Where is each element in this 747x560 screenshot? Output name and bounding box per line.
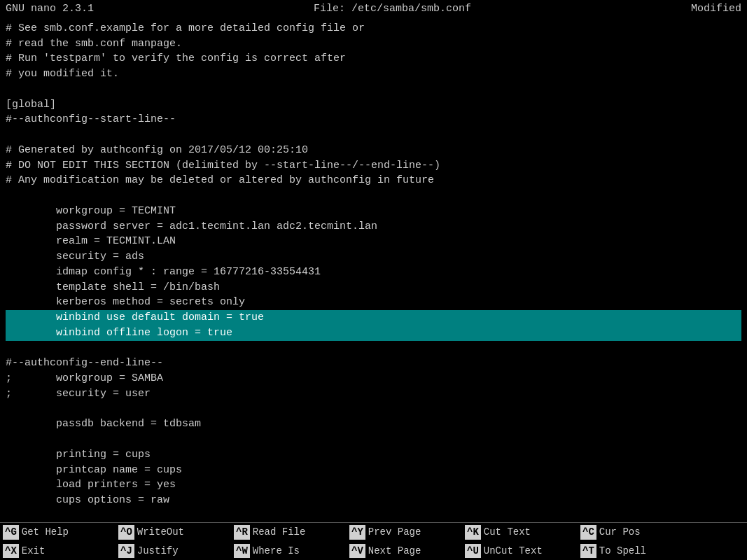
shortcut-item[interactable]: ^VNext Page — [347, 543, 462, 559]
shortcut-key: ^J — [118, 544, 134, 558]
editor-line: kerberos method = secrets only — [6, 295, 741, 310]
editor-line: passdb backend = tdbsam — [6, 416, 741, 432]
shortcut-key: ^U — [465, 544, 481, 558]
shortcut-key: ^W — [234, 544, 250, 558]
shortcut-key: ^K — [465, 525, 481, 539]
shortcut-item[interactable]: ^TTo Spell — [578, 543, 693, 559]
shortcut-item[interactable]: ^KCut Text — [462, 524, 578, 540]
shortcut-key: ^C — [580, 525, 596, 539]
file-label: File: /etc/samba/smb.conf — [314, 1, 471, 17]
shortcut-item[interactable]: ^JJustify — [116, 543, 231, 559]
editor-line — [6, 402, 741, 417]
editor-line — [6, 82, 741, 97]
editor-line: #--authconfig--start-line-- — [6, 112, 741, 127]
shortcut-label: WriteOut — [137, 525, 184, 539]
editor-line: # you modified it. — [6, 66, 741, 82]
shortcut-label: Prev Page — [368, 525, 421, 539]
editor-line — [6, 188, 741, 204]
title-bar: GNU nano 2.3.1 File: /etc/samba/smb.conf… — [0, 0, 747, 18]
editor-line: # See smb.conf.example for a more detail… — [6, 21, 741, 36]
shortcut-label: To Spell — [599, 544, 646, 558]
shortcut-item[interactable]: ^RRead File — [231, 524, 347, 540]
editor-line: printcap name = cups — [6, 463, 741, 478]
shortcut-label: Get Help — [22, 525, 69, 539]
editor-line — [6, 127, 741, 143]
editor-area[interactable]: # See smb.conf.example for a more detail… — [0, 18, 747, 517]
editor-line: load printers = yes — [6, 477, 741, 493]
shortcut-item[interactable]: ^GGet Help — [0, 524, 116, 540]
editor-line: realm = TECMINT.LAN — [6, 234, 741, 249]
editor-line: security = ads — [6, 249, 741, 265]
shortcut-key: ^G — [3, 525, 19, 539]
shortcut-key: ^Y — [349, 525, 365, 539]
app-name: GNU nano 2.3.1 — [6, 1, 94, 17]
editor-line: # Generated by authconfig on 2017/05/12 … — [6, 143, 741, 158]
editor-line: [global] — [6, 97, 741, 113]
editor-line — [6, 341, 741, 356]
editor-line: winbind use default domain = true — [6, 310, 741, 326]
editor-line: idmap config * : range = 16777216-335544… — [6, 265, 741, 280]
editor-line: ; workgroup = SAMBA — [6, 371, 741, 386]
editor-line: printing = cups — [6, 447, 741, 463]
shortcut-label: Cur Pos — [599, 525, 641, 539]
shortcut-bar-row2: ^XExit^JJustify^WWhere Is^VNext Page^UUn… — [0, 542, 747, 560]
editor-line: # DO NOT EDIT THIS SECTION (delimited by… — [6, 158, 741, 174]
shortcut-label: Read File — [253, 525, 306, 539]
editor-line — [6, 432, 741, 447]
shortcut-item[interactable]: ^WWhere Is — [231, 543, 347, 559]
shortcut-key: ^X — [3, 544, 19, 558]
editor-line: # read the smb.conf manpage. — [6, 36, 741, 52]
editor-line: cups options = raw — [6, 493, 741, 508]
editor-line: template shell = /bin/bash — [6, 280, 741, 295]
editor-line: password server = adc1.tecmint.lan adc2.… — [6, 219, 741, 234]
shortcut-item[interactable]: ^YPrev Page — [347, 524, 462, 540]
editor-line: # Run 'testparm' to verify the config is… — [6, 51, 741, 66]
shortcut-key: ^R — [234, 525, 250, 539]
shortcut-label: Where Is — [253, 544, 300, 558]
shortcut-key: ^O — [118, 525, 134, 539]
shortcut-key: ^T — [580, 544, 596, 558]
shortcut-item[interactable]: ^CCur Pos — [578, 524, 693, 540]
shortcut-item[interactable]: ^XExit — [0, 543, 116, 559]
editor-line: ; security = user — [6, 386, 741, 402]
editor-line: winbind offline logon = true — [6, 326, 741, 341]
shortcut-bar-row1: ^GGet Help^OWriteOut^RRead File^YPrev Pa… — [0, 523, 747, 541]
modified-status: Modified — [691, 1, 741, 17]
shortcut-label: Justify — [137, 544, 179, 558]
footer: ^GGet Help^OWriteOut^RRead File^YPrev Pa… — [0, 522, 747, 560]
shortcut-label: Cut Text — [484, 525, 531, 539]
shortcut-label: Next Page — [368, 544, 421, 558]
shortcut-item[interactable]: ^OWriteOut — [116, 524, 231, 540]
shortcut-key: ^V — [349, 544, 365, 558]
shortcut-item[interactable]: ^UUnCut Text — [462, 543, 578, 559]
shortcut-label: UnCut Text — [484, 544, 543, 558]
shortcut-label: Exit — [22, 544, 46, 558]
editor-line: #--authconfig--end-line-- — [6, 356, 741, 371]
editor-line: workgroup = TECMINT — [6, 204, 741, 219]
editor-line: # Any modification may be deleted or alt… — [6, 173, 741, 188]
